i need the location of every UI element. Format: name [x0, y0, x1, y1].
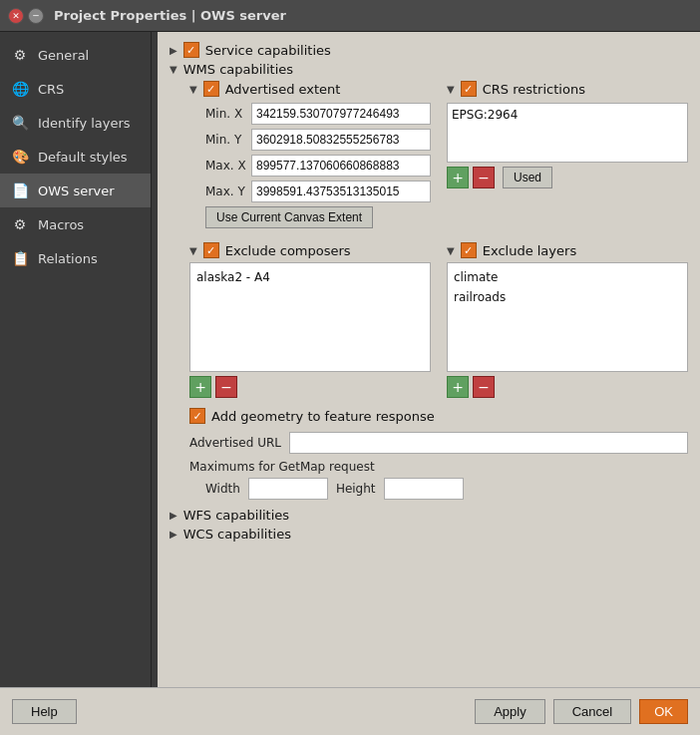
minimize-button[interactable]: ─ [28, 8, 44, 24]
crs-icon: 🌐 [10, 79, 30, 99]
service-capabilities-section: ▶ ✓ Service capabilities [170, 42, 688, 58]
exclude-layers-col: ▼ ✓ Exclude layers climate railroads + − [447, 242, 688, 398]
min-y-row: Min. Y [205, 129, 431, 151]
crs-value: EPSG:2964 [452, 108, 518, 122]
max-x-row: Max. X [205, 155, 431, 177]
wms-cap-header: ▼ WMS capabilities [170, 62, 688, 77]
general-icon: ⚙ [10, 45, 30, 65]
sidebar-item-crs[interactable]: 🌐 CRS [0, 72, 151, 106]
sidebar-item-relations[interactable]: 📋 Relations [0, 241, 151, 275]
service-cap-label: Service capabilities [205, 43, 331, 58]
styles-icon: 🎨 [10, 147, 30, 167]
crs-remove-button[interactable]: − [473, 167, 495, 188]
wcs-cap-expand[interactable]: ▶ [170, 529, 177, 540]
sidebar-item-label: General [38, 48, 89, 63]
use-canvas-extent-button[interactable]: Use Current Canvas Extent [205, 206, 373, 228]
min-y-label: Min. Y [205, 133, 247, 147]
sidebar-item-default-styles[interactable]: 🎨 Default styles [0, 140, 151, 174]
exc-composers-checkbox[interactable]: ✓ [203, 242, 219, 258]
relations-icon: 📋 [10, 248, 30, 268]
window-controls[interactable]: ✕ ─ [8, 8, 44, 24]
max-x-label: Max. X [205, 159, 247, 173]
max-y-row: Max. Y [205, 181, 431, 202]
crs-used-button[interactable]: Used [503, 167, 552, 188]
sidebar-item-ows-server[interactable]: 📄 OWS server [0, 174, 151, 207]
main-content: ▶ ✓ Service capabilities ▼ WMS capabilit… [158, 32, 700, 687]
sidebar-item-label: Identify layers [38, 116, 131, 131]
exc-composers-btn-group: + − [189, 376, 431, 398]
wfs-cap-expand[interactable]: ▶ [170, 510, 177, 521]
adv-extent-label: Advertised extent [225, 82, 341, 97]
advertised-url-input[interactable] [289, 432, 688, 454]
min-x-label: Min. X [205, 107, 247, 121]
min-y-input[interactable] [251, 129, 431, 151]
advertised-url-row: Advertised URL [189, 432, 688, 454]
adv-extent-checkbox[interactable]: ✓ [203, 81, 219, 97]
height-label: Height [336, 482, 376, 496]
help-button[interactable]: Help [12, 699, 77, 724]
crs-restrictions-col: ▼ ✓ CRS restrictions EPSG:2964 + − Used [447, 81, 688, 234]
exc-layers-expand[interactable]: ▼ [447, 245, 455, 256]
min-x-row: Min. X [205, 103, 431, 125]
exc-composers-label: Exclude composers [225, 243, 351, 258]
wcs-cap-label: WCS capabilities [183, 527, 291, 542]
adv-extent-expand[interactable]: ▼ [189, 84, 197, 95]
width-input[interactable] [248, 478, 328, 500]
close-button[interactable]: ✕ [8, 8, 24, 24]
crs-expand[interactable]: ▼ [447, 84, 455, 95]
wfs-capabilities-section: ▶ WFS capabilities [170, 508, 688, 523]
crs-btn-group: + − Used [447, 167, 688, 188]
service-cap-expand[interactable]: ▶ [170, 45, 177, 56]
sidebar-item-label: OWS server [38, 184, 115, 198]
width-label: Width [205, 482, 240, 496]
min-x-input[interactable] [251, 103, 431, 125]
wms-two-col: ▼ ✓ Advertised extent Min. X Min. Y [189, 81, 688, 234]
list-item: climate [452, 267, 683, 287]
sidebar-item-label: Macros [38, 217, 84, 232]
exc-composers-expand[interactable]: ▼ [189, 245, 197, 256]
add-geometry-checkbox[interactable]: ✓ [189, 408, 205, 424]
title-bar: ✕ ─ Project Properties | OWS server [0, 0, 700, 32]
crs-checkbox[interactable]: ✓ [461, 81, 477, 97]
maximums-section: Maximums for GetMap request Width Height [189, 460, 688, 500]
macros-icon: ⚙ [10, 214, 30, 234]
footer-right-buttons: Apply Cancel OK [475, 699, 688, 724]
exclude-layers-list: climate railroads [447, 262, 688, 372]
sidebar-item-label: Relations [38, 251, 98, 266]
apply-button[interactable]: Apply [475, 699, 545, 724]
wms-subsection: ▼ ✓ Advertised extent Min. X Min. Y [189, 81, 688, 500]
exc-layers-label: Exclude layers [483, 243, 576, 258]
exc-composers-add-button[interactable]: + [189, 376, 211, 398]
exc-layers-checkbox[interactable]: ✓ [461, 242, 477, 258]
exc-layers-add-button[interactable]: + [447, 376, 469, 398]
sidebar: ⚙ General 🌐 CRS 🔍 Identify layers 🎨 Defa… [0, 32, 152, 687]
crs-list-box: EPSG:2964 [447, 103, 688, 163]
crs-add-button[interactable]: + [447, 167, 469, 188]
dimensions-row: Width Height [189, 478, 688, 500]
sidebar-item-identify-layers[interactable]: 🔍 Identify layers [0, 106, 151, 140]
list-item: alaska2 - A4 [194, 267, 426, 287]
sidebar-item-macros[interactable]: ⚙ Macros [0, 207, 151, 241]
sidebar-item-general[interactable]: ⚙ General [0, 38, 151, 72]
wms-cap-expand[interactable]: ▼ [170, 64, 177, 75]
exc-layers-remove-button[interactable]: − [473, 376, 495, 398]
exc-composers-remove-button[interactable]: − [215, 376, 237, 398]
exclude-composers-list: alaska2 - A4 [189, 262, 431, 372]
cancel-button[interactable]: Cancel [553, 699, 631, 724]
wms-cap-label: WMS capabilities [183, 62, 293, 77]
exclude-composers-col: ▼ ✓ Exclude composers alaska2 - A4 + − [189, 242, 431, 398]
height-input[interactable] [384, 478, 464, 500]
ok-button[interactable]: OK [639, 699, 688, 724]
adv-url-label: Advertised URL [189, 436, 281, 450]
wcs-capabilities-section: ▶ WCS capabilities [170, 527, 688, 542]
identify-icon: 🔍 [10, 113, 30, 133]
service-cap-checkbox[interactable]: ✓ [183, 42, 199, 58]
wfs-cap-label: WFS capabilities [183, 508, 289, 523]
max-x-input[interactable] [251, 155, 431, 177]
footer: Help Apply Cancel OK [0, 687, 700, 735]
crs-restrictions-label: CRS restrictions [483, 82, 585, 97]
canvas-btn-row: Use Current Canvas Extent [205, 206, 431, 228]
window-title: Project Properties | OWS server [54, 8, 286, 23]
max-y-input[interactable] [251, 181, 431, 202]
exc-layers-btn-group: + − [447, 376, 688, 398]
